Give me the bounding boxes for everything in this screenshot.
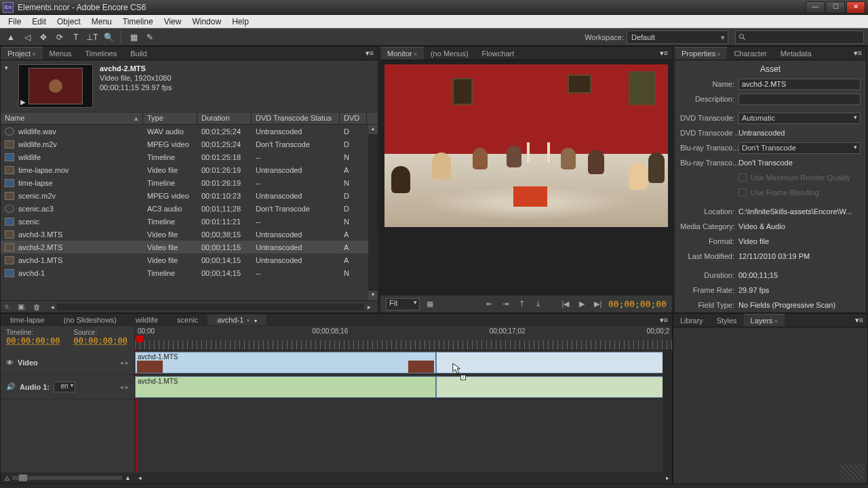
col-dvd[interactable]: DVD	[340, 113, 367, 124]
table-row[interactable]: wildlifeTimeline00:01:25:18--N	[1, 150, 378, 163]
route-right-icon[interactable]: ⇥	[500, 298, 512, 310]
tl-tab-no-slideshows[interactable]: (no Slideshows)	[54, 314, 126, 325]
rotate-tool-icon[interactable]: ⟳	[53, 30, 66, 44]
panel-menu-icon[interactable]: ▾≡	[656, 316, 672, 325]
playhead-icon[interactable]	[136, 336, 143, 342]
menu-timeline[interactable]: Timeline	[117, 16, 159, 28]
edit-menu-tool-icon[interactable]: ✎	[143, 30, 157, 44]
search-input[interactable]	[735, 30, 864, 44]
play-icon[interactable]: ▶	[20, 98, 26, 106]
tl-tab-scenic[interactable]: scenic	[167, 314, 208, 325]
trash-icon[interactable]: 🗑	[33, 303, 41, 311]
table-row[interactable]: wildlife.m2vMPEG video00;01;25;24Don't T…	[1, 138, 378, 150]
prop-bluray-transcode-dropdown[interactable]: Don't Transcode	[738, 142, 861, 154]
table-row[interactable]: scenic.ac3AC3 audio00;01;11;28Don't Tran…	[1, 202, 378, 215]
audio-clip[interactable]: avchd-1.MTS	[135, 376, 436, 398]
col-type[interactable]: Type	[143, 113, 197, 124]
vertical-text-tool-icon[interactable]: ⊥T	[85, 30, 99, 44]
table-row[interactable]: time-lapse.movVideo file00:01:26:19Untra…	[1, 163, 378, 176]
menu-object[interactable]: Object	[52, 16, 86, 28]
selection-tool-icon[interactable]: ▲	[4, 30, 18, 44]
timeline-timecode[interactable]: 00:00:00:00	[6, 336, 60, 346]
tab-timelines[interactable]: Timelines	[79, 47, 124, 60]
close-icon[interactable]: ×	[414, 51, 417, 58]
col-duration[interactable]: Duration	[197, 113, 252, 124]
track-lanes[interactable]: avchd-1.MTS avchd-1.MTS +	[135, 350, 672, 472]
tl-tab-time-lapse[interactable]: time-lapse	[1, 314, 54, 325]
table-row[interactable]: avchd-1Timeline00;00;14;15--N	[1, 266, 378, 279]
menu-help[interactable]: Help	[226, 16, 254, 28]
menu-menu[interactable]: Menu	[86, 16, 117, 28]
close-button[interactable]: ✕	[846, 1, 865, 14]
speaker-icon[interactable]: 🔊	[6, 382, 16, 391]
tab-no-menus[interactable]: (no Menus)	[424, 47, 475, 60]
tab-monitor[interactable]: Monitor×	[380, 47, 424, 60]
zoom-out-icon[interactable]: △	[5, 474, 9, 481]
route-down-icon[interactable]: ⤓	[532, 298, 545, 310]
table-row[interactable]: avchd-1.MTSVideo file00;00;14;15Untransc…	[1, 253, 378, 266]
zoom-tool-icon[interactable]: 🔍	[102, 30, 115, 44]
play-icon[interactable]: ▶	[576, 298, 588, 310]
tab-menus[interactable]: Menus	[43, 47, 79, 60]
table-row[interactable]: wildlife.wavWAV audio00;01;25;24Untransc…	[1, 125, 378, 138]
resize-grip-icon[interactable]	[840, 464, 865, 481]
video-clip-empty[interactable]	[436, 352, 667, 373]
tab-build[interactable]: Build	[123, 47, 153, 60]
close-icon[interactable]: ×	[32, 51, 35, 58]
audio-clip-empty[interactable]	[436, 376, 667, 398]
scroll-left-icon[interactable]: ◂	[47, 304, 57, 310]
new-item-icon[interactable]: ▣.	[18, 302, 26, 311]
panel-menu-icon[interactable]: ▾≡	[656, 49, 672, 58]
chevron-left-icon[interactable]: ◂ ▸	[120, 359, 129, 366]
tab-project[interactable]: Project×	[1, 47, 43, 60]
minimize-button[interactable]: —	[806, 1, 825, 14]
route-left-icon[interactable]: ⇤	[484, 298, 496, 310]
prop-name-input[interactable]	[738, 79, 861, 90]
scroll-down-icon[interactable]: ▾	[368, 291, 378, 300]
tab-flowchart[interactable]: Flowchart	[475, 47, 521, 60]
move-tool-icon[interactable]: ✥	[37, 30, 50, 44]
tab-properties[interactable]: Properties×	[675, 47, 727, 60]
tl-tab-wildlife[interactable]: wildlife	[126, 314, 167, 325]
table-row[interactable]: avchd-2.MTSVideo file00;00;11;15Untransc…	[1, 241, 378, 253]
scrollbar-horizontal[interactable]: ◂ ▸	[135, 474, 672, 481]
workspace-dropdown[interactable]: Default	[627, 30, 728, 44]
filter-icon[interactable]: ▿.	[5, 302, 11, 311]
step-forward-icon[interactable]: ▶|	[592, 298, 604, 310]
video-clip[interactable]: avchd-1.MTS	[135, 352, 436, 373]
timeline-ruler[interactable]: 00;00 00;00;08;16 00;00;17;02 00;00;2	[135, 326, 672, 350]
tab-library[interactable]: Library	[673, 314, 710, 327]
scrollbar-vertical[interactable]: ▴ ▾	[368, 125, 378, 300]
close-icon[interactable]: ×	[246, 317, 250, 324]
scroll-right-icon[interactable]: ▸	[364, 304, 374, 310]
chevron-left-icon[interactable]: ◂ ▸	[120, 384, 129, 390]
menu-file[interactable]: File	[3, 16, 26, 28]
column-headers[interactable]: Name Type Duration DVD Transcode Status …	[1, 113, 378, 125]
tab-layers[interactable]: Layers×	[744, 314, 785, 327]
tab-character[interactable]: Character	[727, 47, 773, 60]
safe-area-icon[interactable]: ▦	[424, 298, 436, 310]
close-icon[interactable]: ×	[717, 51, 720, 58]
prop-dvd-transcode-dropdown[interactable]: Automatic	[738, 113, 861, 124]
tab-styles[interactable]: Styles	[710, 314, 744, 327]
source-timecode[interactable]: 00:00:00:00	[73, 336, 127, 346]
eye-icon[interactable]: 👁	[6, 359, 14, 367]
maximize-button[interactable]: ☐	[826, 1, 845, 14]
direct-select-tool-icon[interactable]: ◁	[20, 30, 34, 44]
table-row[interactable]: scenicTimeline00:01:11:21--N	[1, 215, 378, 228]
menu-edit[interactable]: Edit	[26, 16, 52, 28]
menu-view[interactable]: View	[159, 16, 187, 28]
close-icon[interactable]: ×	[774, 318, 778, 325]
scroll-right-icon[interactable]: ▸	[663, 474, 672, 481]
scrollbar-horizontal[interactable]: ◂ ▸	[47, 304, 374, 310]
panel-menu-icon[interactable]: ▾≡	[850, 49, 866, 58]
menu-window[interactable]: Window	[186, 16, 226, 28]
prop-desc-input[interactable]	[738, 94, 861, 105]
col-dvd-status[interactable]: DVD Transcode Status	[252, 113, 340, 124]
scroll-left-icon[interactable]: ◂	[135, 474, 144, 481]
col-name[interactable]: Name	[1, 113, 143, 124]
chevron-down-icon[interactable]: ▾	[5, 64, 8, 71]
tab-metadata[interactable]: Metadata	[774, 47, 818, 60]
step-back-icon[interactable]: |◀	[559, 298, 572, 310]
table-row[interactable]: avchd-3.MTSVideo file00;00;38;15Untransc…	[1, 228, 378, 241]
